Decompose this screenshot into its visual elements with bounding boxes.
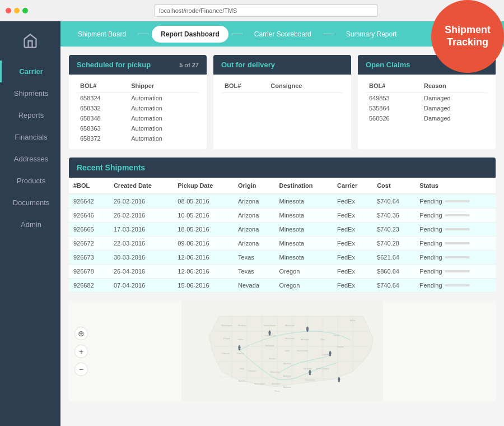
scheduled-for-pickup-card: Scheduled for pickup 5 of 27 BOL# Shippe… <box>69 55 207 149</box>
main-content: Shipment Board Report Dashboard Carrier … <box>60 21 504 426</box>
claims-col-bol: BOL# <box>366 80 421 93</box>
us-map-svg: Washington Oregon California Montana Ida… <box>69 301 496 402</box>
app-container: Carrier Shipments Reports Financials Add… <box>0 21 504 426</box>
table-row: 926672 22-03-2016 09-06-2016 Arizona Min… <box>69 237 496 251</box>
svg-text:Missouri: Missouri <box>283 363 291 365</box>
close-dot[interactable] <box>6 8 11 13</box>
svg-text:Arkansas: Arkansas <box>272 383 280 385</box>
col-pickup: Pickup Date <box>173 178 234 194</box>
claims-card-title: Open Claims <box>366 61 410 69</box>
scheduled-card-body: BOL# Shipper 658324Automation658332Autom… <box>69 75 207 149</box>
svg-text:Alabama: Alabama <box>283 386 291 388</box>
svg-text:Idaho: Idaho <box>238 339 243 341</box>
recent-shipments-header: Recent Shipments <box>69 158 496 178</box>
svg-text:Oregon: Oregon <box>223 337 230 340</box>
scheduled-col-shipper: Shipper <box>128 80 199 93</box>
status-badge: Pending <box>419 254 491 261</box>
table-row: 649853Damaged <box>366 93 488 104</box>
scheduled-card-badge: 5 of 27 <box>179 62 199 68</box>
sidebar-item-products[interactable]: Products <box>0 170 60 192</box>
zoom-out-button[interactable]: − <box>74 363 88 376</box>
claims-card-body: BOL# Reason 649853Damaged535864Damaged56… <box>358 75 496 129</box>
svg-text:Kansas: Kansas <box>269 358 276 360</box>
svg-text:Montana: Montana <box>238 325 246 327</box>
table-row: 926682 07-04-2016 15-06-2016 Nevada Oreg… <box>69 279 496 293</box>
sidebar-item-shipments[interactable]: Shipments <box>0 82 60 104</box>
table-row: 658372Automation <box>77 133 199 143</box>
claims-table: BOL# Reason 649853Damaged535864Damaged56… <box>366 80 488 123</box>
col-cost: Cost <box>372 178 415 194</box>
table-row: 926678 26-04-2016 12-06-2016 Texas Orego… <box>69 265 496 279</box>
claims-col-reason: Reason <box>421 80 488 93</box>
svg-text:North Carolina: North Carolina <box>316 368 329 370</box>
browser-dots <box>6 8 28 13</box>
minimize-dot[interactable] <box>14 8 20 13</box>
zoom-in-button[interactable]: + <box>74 345 88 358</box>
svg-text:Penns...: Penns... <box>334 335 341 337</box>
svg-text:Virginia: Virginia <box>337 346 344 348</box>
delivery-col-bol: BOL# <box>221 80 267 93</box>
sidebar: Carrier Shipments Reports Financials Add… <box>0 21 60 426</box>
tab-shipment-board[interactable]: Shipment Board <box>69 26 135 43</box>
delivery-table: BOL# Consignee <box>221 80 343 93</box>
status-badge: Pending <box>419 198 491 205</box>
map-controls: ⊕ + − <box>74 327 88 376</box>
svg-text:Kentucky: Kentucky <box>304 368 312 370</box>
status-badge: Pending <box>419 226 491 233</box>
cards-row: Scheduled for pickup 5 of 27 BOL# Shippe… <box>69 55 496 149</box>
sidebar-item-carrier[interactable]: Carrier <box>0 61 60 82</box>
sidebar-item-financials[interactable]: Financials <box>0 126 60 148</box>
table-row: 926642 26-02-2016 08-05-2016 Arizona Min… <box>69 194 496 209</box>
url-bar[interactable]: localhost/node/Finance/TMS <box>154 4 378 17</box>
table-row: 926646 26-02-2016 10-05-2016 Arizona Min… <box>69 209 496 223</box>
svg-text:Utah: Utah <box>240 368 244 370</box>
pan-control[interactable]: ⊕ <box>74 327 88 340</box>
col-status: Status <box>415 178 496 194</box>
svg-text:Arkansas: Arkansas <box>283 375 292 377</box>
recent-shipments-section: Recent Shipments #BOL Created Date Picku… <box>69 158 496 293</box>
status-progress-bar <box>445 228 470 230</box>
table-row: 926665 17-03-2016 18-05-2016 Arizona Min… <box>69 223 496 237</box>
svg-text:Wisconsin: Wisconsin <box>285 337 294 340</box>
table-row: 658324Automation <box>77 93 199 104</box>
shipments-table-container: #BOL Created Date Pickup Date Origin Des… <box>69 178 496 293</box>
svg-text:Oklahoma: Oklahoma <box>270 371 279 373</box>
home-button[interactable] <box>19 30 41 52</box>
sidebar-item-reports[interactable]: Reports <box>0 104 60 126</box>
status-badge: Pending <box>419 268 491 275</box>
svg-text:Michigan: Michigan <box>301 339 309 341</box>
shipment-tracking-badge: Carrier ShipmentTracking <box>431 0 504 73</box>
svg-text:Texas: Texas <box>274 390 280 392</box>
svg-text:Maine: Maine <box>350 320 356 322</box>
table-row: 658332Automation <box>77 103 199 113</box>
tab-divider-3 <box>323 34 334 34</box>
content-area: Scheduled for pickup 5 of 27 BOL# Shippe… <box>60 47 504 410</box>
delivery-card-header: Out for delivery <box>213 55 351 75</box>
sidebar-item-documents[interactable]: Documents <box>0 192 60 214</box>
maximize-dot[interactable] <box>22 8 28 13</box>
col-carrier: Carrier <box>333 178 372 194</box>
tab-carrier-scoreboard[interactable]: Carrier Scoreboard <box>245 26 320 43</box>
map-background: Washington Oregon California Montana Ida… <box>69 301 496 402</box>
svg-text:Nebraska: Nebraska <box>265 345 274 347</box>
col-created: Created Date <box>109 178 173 194</box>
scheduled-card-header: Scheduled for pickup 5 of 27 <box>69 55 207 75</box>
col-destination: Destination <box>275 178 333 194</box>
svg-text:Ohio: Ohio <box>320 339 325 341</box>
sidebar-item-admin[interactable]: Admin <box>0 214 60 235</box>
table-row: 926673 30-03-2016 12-06-2016 Texas Mines… <box>69 251 496 265</box>
sidebar-item-addresses[interactable]: Addresses <box>0 148 60 170</box>
status-progress-bar <box>445 214 470 216</box>
col-bol: #BOL <box>69 178 109 194</box>
browser-chrome: localhost/node/Finance/TMS <box>0 0 504 21</box>
shipments-table: #BOL Created Date Pickup Date Origin Des… <box>69 178 496 293</box>
status-badge: Pending <box>419 212 491 219</box>
delivery-card-body: BOL# Consignee <box>213 75 351 99</box>
tab-report-dashboard[interactable]: Report Dashboard <box>152 26 228 43</box>
tab-summary-report[interactable]: Summary Report <box>337 26 406 43</box>
svg-text:North Dakota: North Dakota <box>264 325 276 327</box>
status-badge: Pending <box>419 240 491 247</box>
svg-text:Minnesota: Minnesota <box>285 325 295 327</box>
status-progress-bar <box>445 242 470 244</box>
delivery-card-title: Out for delivery <box>221 61 275 69</box>
